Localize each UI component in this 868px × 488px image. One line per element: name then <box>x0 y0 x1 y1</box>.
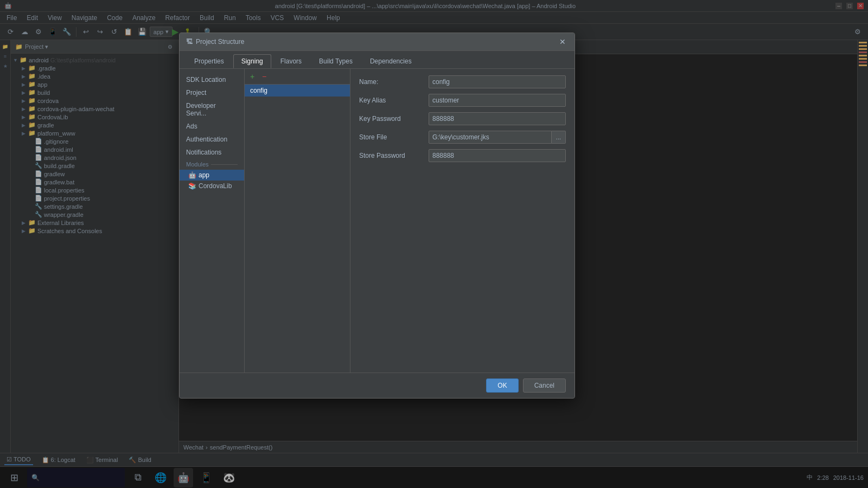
signing-config-list: config <box>245 85 350 373</box>
key-alias-label: Key Alias <box>359 97 424 104</box>
nav-developer-label: Developer Servi... <box>186 102 216 117</box>
tab-properties-label: Properties <box>194 57 224 65</box>
nav-sdk-location[interactable]: SDK Location <box>180 73 244 86</box>
store-file-input[interactable] <box>429 131 552 144</box>
dialog-title: 🏗 Project Structure <box>186 38 244 46</box>
dialog-tab-build-types[interactable]: Build Types <box>311 54 361 68</box>
dialog-title-bar: 🏗 Project Structure ✕ <box>180 33 575 51</box>
nav-auth-label: Authentication <box>186 136 227 143</box>
app-module-label: app <box>199 171 209 179</box>
modules-label: Modules <box>186 161 209 168</box>
remove-config-button[interactable]: − <box>259 71 270 82</box>
nav-developer-servi[interactable]: Developer Servi... <box>180 99 244 120</box>
nav-ads-label: Ads <box>186 123 197 130</box>
cordovalib-module-label: CordovaLib <box>199 182 232 190</box>
dialog-body: SDK Location Project Developer Servi... … <box>180 69 575 373</box>
app-module-icon: 🤖 <box>188 171 196 179</box>
form-row-name: Name: <box>359 75 566 88</box>
key-password-label: Key Password <box>359 115 424 123</box>
key-password-input[interactable] <box>429 112 566 125</box>
store-password-input[interactable] <box>429 149 566 162</box>
nav-module-cordovalib[interactable]: 📚 CordovaLib <box>180 181 244 191</box>
dialog-nav: SDK Location Project Developer Servi... … <box>180 69 245 373</box>
signing-config-item-config[interactable]: config <box>245 85 350 97</box>
dialog-tab-dependencies[interactable]: Dependencies <box>362 54 420 68</box>
list-toolbar: + − <box>245 69 350 85</box>
dialog-footer: OK Cancel <box>180 373 575 398</box>
dialog-tab-signing[interactable]: Signing <box>233 54 271 68</box>
add-config-button[interactable]: + <box>247 71 258 82</box>
form-row-key-alias: Key Alias <box>359 94 566 107</box>
form-row-key-password: Key Password <box>359 112 566 125</box>
tab-build-types-label: Build Types <box>319 57 353 65</box>
signing-config-name: config <box>250 87 267 94</box>
tab-signing-label: Signing <box>241 57 263 65</box>
modules-separator: Modules <box>180 159 244 170</box>
key-alias-input[interactable] <box>429 94 566 107</box>
name-input[interactable] <box>429 75 566 88</box>
project-structure-dialog: 🏗 Project Structure ✕ Properties Signing… <box>179 33 575 399</box>
store-file-browse-button[interactable]: ... <box>552 131 566 144</box>
nav-project-label: Project <box>186 89 206 97</box>
nav-authentication[interactable]: Authentication <box>180 133 244 146</box>
nav-sdk-label: SDK Location <box>186 76 226 84</box>
dialog-title-icon: 🏗 <box>186 38 193 46</box>
nav-notif-label: Notifications <box>186 149 221 156</box>
form-row-store-file: Store File ... <box>359 131 566 144</box>
form-row-store-password: Store Password <box>359 149 566 162</box>
nav-module-app[interactable]: 🤖 app <box>180 170 244 181</box>
cordovalib-module-icon: 📚 <box>188 182 196 190</box>
nav-ads[interactable]: Ads <box>180 120 244 133</box>
cancel-button[interactable]: Cancel <box>523 378 566 393</box>
dialog-close-button[interactable]: ✕ <box>557 36 568 47</box>
store-file-field-group: ... <box>429 131 566 144</box>
name-label: Name: <box>359 78 424 86</box>
store-password-label: Store Password <box>359 152 424 159</box>
dialog-tab-flavors[interactable]: Flavors <box>272 54 310 68</box>
store-file-label: Store File <box>359 133 424 141</box>
nav-project[interactable]: Project <box>180 86 244 99</box>
nav-notifications[interactable]: Notifications <box>180 146 244 159</box>
tab-dependencies-label: Dependencies <box>370 57 412 65</box>
dialog-tab-properties[interactable]: Properties <box>186 54 232 68</box>
tab-flavors-label: Flavors <box>280 57 302 65</box>
ok-button[interactable]: OK <box>486 378 518 393</box>
signing-configs-panel: + − config <box>245 69 350 373</box>
modal-overlay: 🏗 Project Structure ✕ Properties Signing… <box>0 0 868 488</box>
dialog-tabs: Properties Signing Flavors Build Types D… <box>180 51 575 69</box>
signing-form-panel: Name: Key Alias Key Password Store File … <box>350 69 575 373</box>
dialog-title-text: Project Structure <box>196 38 244 46</box>
